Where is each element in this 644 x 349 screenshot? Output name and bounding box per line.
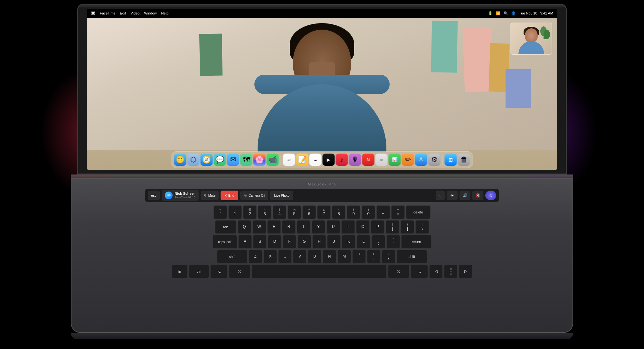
key-v[interactable]: V [293, 250, 307, 263]
key-alt-left[interactable]: ⌥ [210, 265, 228, 278]
key-space[interactable] [251, 265, 387, 278]
key-6[interactable]: ^6 [302, 205, 316, 219]
dock-launchpad[interactable]: ⬡ [187, 154, 200, 166]
key-r[interactable]: R [282, 220, 296, 234]
mute-button[interactable]: 🎙 Mute [201, 191, 219, 200]
key-3[interactable]: #3 [258, 205, 271, 219]
key-o[interactable]: O [356, 220, 370, 234]
self-view-thumbnail[interactable] [510, 23, 552, 55]
key-5[interactable]: %5 [288, 205, 301, 219]
brightness-button[interactable]: ☀ [447, 191, 458, 200]
dock-canister[interactable]: ⊕ [375, 154, 388, 166]
apple-logo-icon[interactable]: ⌘ [91, 11, 95, 16]
key-a[interactable]: A [238, 235, 252, 249]
menu-facetime[interactable]: FaceTime [100, 11, 116, 15]
menu-help[interactable]: Help [161, 11, 169, 15]
key-h[interactable]: H [312, 235, 326, 249]
key-capslock[interactable]: caps lock [213, 235, 237, 249]
dock-appletv[interactable]: ▶ [323, 154, 335, 166]
esc-button[interactable]: esc [148, 191, 160, 200]
dock-photos[interactable]: 🌸 [253, 154, 266, 166]
dock-maps[interactable]: 🗺 [240, 154, 252, 166]
dock-appstore[interactable]: A [415, 154, 427, 166]
key-k[interactable]: K [342, 235, 355, 249]
key-p[interactable]: P [371, 220, 384, 234]
key-comma[interactable]: <, [352, 250, 366, 263]
key-x[interactable]: X [263, 250, 277, 263]
key-arrow-right[interactable]: ▷ [459, 265, 472, 278]
key-s[interactable]: S [253, 235, 267, 249]
key-minus[interactable]: _− [376, 205, 390, 219]
menu-edit[interactable]: Edit [120, 11, 126, 15]
dock-numbers[interactable]: 📊 [389, 154, 401, 166]
key-g[interactable]: G [298, 235, 311, 249]
siri-button[interactable]: ⬡ [485, 191, 496, 200]
key-tab[interactable]: tab [215, 220, 236, 234]
key-ctrl[interactable]: ctrl [189, 265, 209, 278]
end-call-button[interactable]: ✕ End [221, 191, 238, 200]
dock-control[interactable]: ⊞ [445, 154, 457, 166]
dock-podcasts[interactable]: 🎙 [349, 154, 361, 166]
key-4[interactable]: $4 [273, 205, 286, 219]
key-t[interactable]: T [297, 220, 310, 234]
key-bracket-l[interactable]: {[ [386, 220, 399, 234]
key-8[interactable]: *8 [332, 205, 346, 219]
key-bracket-r[interactable]: }] [401, 220, 414, 234]
key-b[interactable]: B [308, 250, 321, 263]
dock-safari[interactable]: 🧭 [201, 154, 213, 166]
dock-trash[interactable]: 🗑 [458, 154, 470, 166]
key-l[interactable]: L [357, 235, 370, 249]
key-return[interactable]: return [401, 235, 431, 249]
key-y[interactable]: Y [312, 220, 325, 234]
key-shift-left[interactable]: shift [217, 250, 247, 263]
menu-window[interactable]: Window [144, 11, 156, 15]
dock-pencil[interactable]: ✏ [402, 154, 414, 166]
dock-news[interactable]: N [362, 154, 374, 166]
dock-finder[interactable]: 🙂 [174, 154, 186, 166]
key-n[interactable]: N [323, 250, 336, 263]
dock-calendar[interactable]: 10 [283, 154, 295, 166]
menu-video[interactable]: Video [130, 11, 139, 15]
dock-notes[interactable]: 📝 [296, 154, 308, 166]
mute-volume-button[interactable]: 🔇 [472, 191, 483, 200]
dock-mail[interactable]: ✉ [227, 154, 239, 166]
dock-music[interactable]: ♪ [336, 154, 348, 166]
key-backtick[interactable]: ~` [213, 205, 227, 219]
key-alt-right[interactable]: ⌥ [411, 265, 428, 278]
dock-messages[interactable]: 💬 [214, 154, 226, 166]
key-shift-right[interactable]: shift [397, 250, 427, 263]
key-d[interactable]: D [268, 235, 281, 249]
live-photo-button[interactable]: Live Photo [270, 191, 293, 200]
key-9[interactable]: (9 [347, 205, 360, 219]
key-quote[interactable]: "' [386, 235, 400, 249]
key-z[interactable]: Z [249, 250, 262, 263]
key-e[interactable]: E [267, 220, 281, 234]
key-semicolon[interactable]: :; [372, 235, 385, 249]
dock-reminders[interactable]: ≡ [309, 154, 322, 166]
key-j[interactable]: J [327, 235, 341, 249]
key-period[interactable]: >. [367, 250, 381, 263]
dock-facetime[interactable]: 📹 [267, 154, 279, 166]
key-fn[interactable]: fn [172, 265, 188, 278]
key-arrow-left[interactable]: ◁ [429, 265, 443, 278]
key-backslash[interactable]: |\ [415, 220, 429, 234]
key-cmd-right[interactable]: ⌘ [388, 265, 409, 278]
key-7[interactable]: &7 [317, 205, 331, 219]
key-u[interactable]: U [327, 220, 340, 234]
key-w[interactable]: W [252, 220, 266, 234]
key-delete[interactable]: delete [406, 205, 431, 219]
key-1[interactable]: !1 [228, 205, 242, 219]
key-2[interactable]: @2 [243, 205, 257, 219]
key-m[interactable]: M [337, 250, 351, 263]
key-equals[interactable]: += [391, 205, 405, 219]
key-cmd-left[interactable]: ⌘ [229, 265, 250, 278]
key-slash[interactable]: ?/ [382, 250, 395, 263]
volume-button[interactable]: 🔊 [459, 191, 470, 200]
key-f[interactable]: F [283, 235, 296, 249]
search-icon[interactable]: 🔍 [504, 11, 508, 15]
user-icon[interactable]: 👤 [511, 11, 516, 15]
touchbar-chevron[interactable]: ‹ [436, 191, 445, 200]
camera-off-button[interactable]: 📷 Camera Off [240, 191, 269, 200]
key-i[interactable]: I [341, 220, 355, 234]
key-0[interactable]: )0 [362, 205, 375, 219]
